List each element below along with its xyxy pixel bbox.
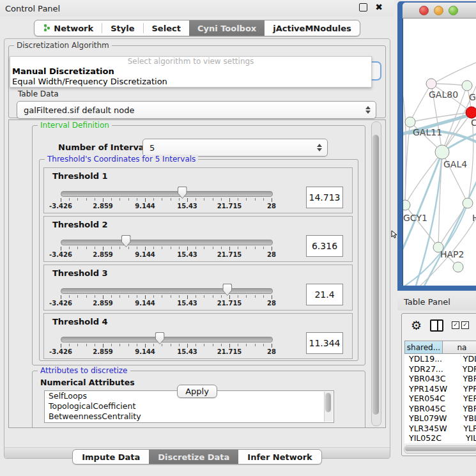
tab-discretize-data-label: Discretize Data [158, 452, 229, 462]
table-row[interactable]: YDR27...YDR2 [404, 364, 476, 374]
network-canvas-area[interactable]: GAL80GACGAL11GAL4GCY1HHAP2 [403, 19, 476, 286]
threshold-2-value[interactable]: 6.316 [306, 235, 343, 257]
slider-ticks [61, 198, 272, 202]
tab-discretize-data[interactable]: Discretize Data [149, 450, 238, 464]
gear-icon[interactable]: ⚙ [411, 319, 422, 332]
slider-ticks [61, 295, 272, 299]
threshold-4-label: Threshold 4 [52, 317, 108, 326]
network-node[interactable] [435, 145, 449, 159]
table-cell: YDR27... [404, 364, 458, 374]
tab-jactivemnodules[interactable]: jActiveMNodules [265, 20, 360, 36]
control-panel-titlebar: Control Panel ✖ [0, 0, 394, 17]
window-close-icon[interactable] [419, 6, 429, 15]
tab-infer-network[interactable]: Infer Network [238, 450, 321, 464]
threshold-2-label: Threshold 2 [52, 220, 108, 229]
table-row[interactable]: YDL19...YDL1 [404, 354, 476, 364]
attribute-item[interactable]: BetweennessCentrality [45, 411, 334, 422]
threshold-4-slider[interactable]: -3.4262.8599.14415.4321.71528 [61, 335, 272, 355]
algorithm-option-manual[interactable]: Manual Discretization [10, 66, 371, 77]
algorithm-option-equal-width[interactable]: Equal Width/Frequency Discretization [10, 77, 371, 87]
column-header-name[interactable]: na [443, 341, 476, 354]
node-label: GA [469, 92, 476, 102]
network-edge[interactable] [438, 203, 468, 247]
tab-select-label: Select [152, 24, 181, 33]
table-data-value: galFiltered.sif default node [17, 105, 363, 115]
network-edge[interactable] [405, 205, 438, 247]
table-cell: YBR0 [458, 404, 476, 413]
table-row[interactable]: YBR045CYBR0 [404, 404, 476, 414]
tab-impute-data[interactable]: Impute Data [73, 450, 149, 464]
table-row[interactable]: YPR145WYPR1 [404, 384, 476, 394]
table-horizontal-scrollbar[interactable] [404, 445, 476, 454]
network-node[interactable] [426, 79, 436, 89]
slider-ticks [61, 247, 272, 250]
window-zoom-icon[interactable] [449, 6, 458, 15]
table-cell: YDR2 [458, 364, 476, 374]
table-row[interactable]: YIL052CYIL0 [404, 433, 476, 443]
slider-handle[interactable] [178, 187, 187, 199]
network-node[interactable] [462, 81, 472, 91]
interval-definition-group: Interval Definition Number of Intervals … [32, 125, 365, 365]
scrollbar-thumb[interactable] [372, 135, 379, 415]
attributes-to-discretize-group: Attributes to discretize Numerical Attri… [32, 371, 365, 428]
table-data-combobox[interactable]: galFiltered.sif default node [17, 101, 376, 119]
checkbox-checked-icon: ✓ [452, 321, 459, 329]
slider-track [61, 288, 273, 294]
network-node[interactable] [405, 117, 415, 127]
network-node[interactable] [466, 107, 476, 118]
table-row[interactable]: YBR043CYBR0 [404, 374, 476, 384]
table-cell: YDL19... [404, 354, 459, 364]
table-cell: YPR145W [404, 384, 459, 394]
checkbox-checked-icon: ✓ [461, 321, 469, 329]
node-label: H [472, 213, 476, 223]
scrollbar-thumb[interactable] [405, 447, 476, 451]
tab-select[interactable]: Select [144, 20, 189, 36]
float-window-icon[interactable] [359, 3, 367, 12]
slider-handle[interactable] [222, 284, 232, 296]
tab-style[interactable]: Style [102, 20, 142, 36]
table-cell: YPR1 [459, 384, 476, 394]
thresholds-group: Threshold's Coordinates for 5 Intervals … [39, 159, 358, 361]
table-row[interactable]: YBL079WYBL0 [404, 413, 476, 424]
slider-tick-labels: -3.4262.8599.14415.4321.71528 [61, 348, 272, 356]
close-icon[interactable]: ✖ [375, 4, 383, 11]
columns-icon[interactable] [430, 319, 443, 332]
threshold-1-value[interactable]: 14.713 [306, 187, 343, 208]
node-label: HAP2 [440, 249, 464, 259]
network-canvas[interactable]: GAL80GACGAL11GAL4GCY1HHAP2 [403, 19, 476, 286]
threshold-3-panel: Threshold 3 -3.4262.8599.14415.4321.7152… [43, 265, 353, 311]
number-of-intervals-combobox[interactable]: 5 [142, 139, 328, 157]
table-cell: YER054C [404, 394, 459, 403]
network-node[interactable] [453, 262, 463, 272]
threshold-2-slider[interactable]: -3.4262.8599.14415.4321.71528 [61, 238, 272, 257]
algorithm-placeholder: Select algorithm to view settings [10, 57, 371, 66]
apply-button[interactable]: Apply [177, 385, 217, 398]
table-row[interactable]: YLR345WYLR3 [404, 424, 476, 434]
attribute-item[interactable]: TopologicalCoefficient [45, 401, 334, 411]
node-label: GAL4 [443, 159, 467, 169]
slider-handle[interactable] [155, 332, 165, 344]
threshold-3-value[interactable]: 21.4 [306, 284, 343, 305]
column-header-shared-name[interactable]: shared... [404, 341, 443, 354]
table-body: YDL19...YDL1YDR27...YDR2YBR043CYBR0YPR14… [404, 354, 476, 443]
threshold-4-value[interactable]: 11.344 [306, 332, 343, 354]
tab-network[interactable]: Network [35, 20, 102, 36]
window-minimize-icon[interactable] [434, 6, 443, 15]
slider-handle[interactable] [121, 235, 131, 247]
table-row[interactable]: YER054CYER0 [404, 394, 476, 404]
algorithm-dropdown-popup: Select algorithm to view settings Manual… [10, 56, 372, 88]
network-edge[interactable] [438, 152, 442, 247]
select-columns-icons[interactable]: ✓ ✓ [452, 321, 469, 329]
table-cell: YLR345W [404, 424, 459, 433]
network-edge[interactable] [435, 61, 476, 82]
settings-vertical-scrollbar[interactable] [371, 121, 381, 426]
network-node[interactable] [403, 200, 410, 210]
network-icon [43, 24, 50, 33]
node-label: GAL80 [429, 89, 458, 100]
network-node[interactable] [463, 198, 473, 208]
threshold-1-slider[interactable]: -3.4262.8599.14415.4321.71528 [61, 190, 272, 209]
tab-cyni-toolbox[interactable]: Cyni Toolbox [189, 20, 265, 36]
threshold-3-slider[interactable]: -3.4262.8599.14415.4321.71528 [61, 287, 272, 306]
discretization-algorithm-label: Discretization Algorithm [14, 41, 112, 50]
table-cell: YBR0 [458, 374, 476, 383]
